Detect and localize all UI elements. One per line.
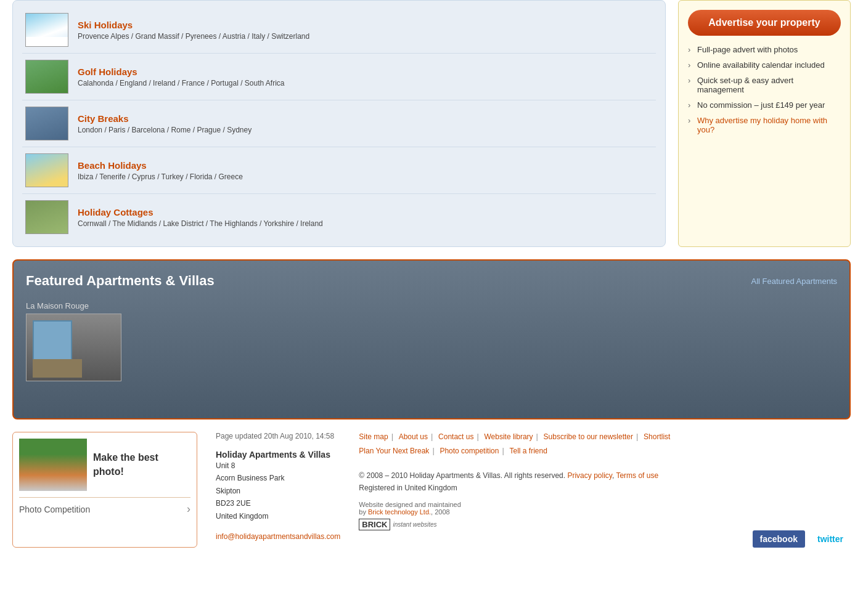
ski-destinations: Provence Alpes / Grand Massif / Pyrenees…	[78, 32, 309, 41]
designed-by-1: Website designed and maintained	[359, 501, 461, 508]
footer-link-library[interactable]: Website library	[484, 432, 533, 441]
company-name: Holiday Apartments & Villas	[216, 450, 330, 460]
cottage-destinations: Cornwall / The Midlands / Lake District …	[78, 219, 323, 228]
golf-info: Golf Holidays Calahonda / England / Irel…	[78, 67, 285, 87]
category-item-beach: Beach Holidays Ibiza / Tenerife / Cyprus…	[22, 147, 656, 194]
address-line-5: United Kingdom	[216, 510, 340, 522]
footer-link-shortlist[interactable]: Shortlist	[644, 432, 670, 441]
social-icons: facebook twitter	[753, 530, 851, 548]
sep1: |	[391, 432, 393, 441]
photo-comp-content: Make the best photo!	[19, 439, 190, 491]
category-item-city: City Breaks London / Paris / Barcelona /…	[22, 100, 656, 147]
page-updated: Page updated 20th Aug 2010, 14:58	[216, 432, 340, 440]
advertise-panel: Advertise your property Full-page advert…	[678, 0, 851, 247]
cottage-thumbnail	[25, 200, 68, 234]
category-item-cottage: Holiday Cottages Cornwall / The Midlands…	[22, 194, 656, 240]
address-line-4: BD23 2UE	[216, 497, 340, 509]
categories-panel: Ski Holidays Provence Alpes / Grand Mass…	[12, 0, 666, 247]
photo-comp-arrow-icon: ›	[187, 503, 190, 516]
advertise-benefits: Full-page advert with photos Online avai…	[688, 45, 841, 134]
footer-link-photocomp[interactable]: Photo competition	[440, 447, 499, 455]
benefit-4: No commission – just £149 per year	[688, 100, 841, 110]
address-line-2: Acorn Business Park	[216, 472, 340, 484]
cottage-link[interactable]: Holiday Cottages	[78, 207, 153, 217]
footer-link-newsletter[interactable]: Subscribe to our newsletter	[544, 432, 633, 441]
cottage-info: Holiday Cottages Cornwall / The Midlands…	[78, 207, 323, 228]
beach-thumbnail	[25, 153, 68, 187]
footer-link-aboutus[interactable]: About us	[399, 432, 428, 441]
copyright-text: © 2008 – 2010 Holiday Apartments & Villa…	[359, 471, 565, 480]
top-section: Ski Holidays Provence Alpes / Grand Mass…	[0, 0, 863, 247]
golf-link[interactable]: Golf Holidays	[78, 67, 137, 77]
address-line-1: Unit 8	[216, 460, 340, 472]
golf-destinations: Calahonda / England / Ireland / France /…	[78, 79, 285, 87]
twitter-button[interactable]: twitter	[810, 530, 851, 548]
photo-comp-footer: Photo Competition ›	[19, 497, 190, 516]
facebook-button[interactable]: facebook	[753, 530, 805, 548]
email-link[interactable]: info@holidayapartmentsandvillas.com	[216, 532, 340, 541]
benefit-2: Online availability calendar included	[688, 60, 841, 70]
photo-competition-box: Make the best photo! Photo Competition ›	[12, 432, 197, 548]
footer-nav-links: Site map| About us| Contact us| Website …	[359, 432, 851, 441]
sep2: |	[431, 432, 433, 441]
city-thumbnail	[25, 107, 68, 140]
footer-link-tellfriend[interactable]: Tell a friend	[509, 447, 547, 455]
city-link[interactable]: City Breaks	[78, 113, 129, 124]
brick-link[interactable]: Brick technology Ltd.	[368, 508, 431, 516]
footer-link-nextbreak[interactable]: Plan Your Next Break	[359, 447, 429, 455]
advertise-button[interactable]: Advertise your property	[688, 10, 841, 36]
advertise-why-link-item: Why advertise my holiday home with you?	[688, 116, 841, 134]
golf-thumbnail	[25, 60, 68, 94]
all-featured-link[interactable]: All Featured Apartments	[751, 277, 837, 286]
brick-text: BRICK	[359, 519, 390, 530]
footer-address: Holiday Apartments & Villas Unit 8 Acorn…	[216, 450, 340, 541]
sep4: |	[536, 432, 538, 441]
beach-link[interactable]: Beach Holidays	[78, 160, 147, 171]
footer-link-contact[interactable]: Contact us	[438, 432, 473, 441]
city-destinations: London / Paris / Barcelona / Rome / Prag…	[78, 126, 252, 134]
featured-header: Featured Apartments & Villas All Feature…	[26, 273, 837, 289]
footer-nav-links-2: Plan Your Next Break| Photo competition|…	[359, 446, 851, 455]
terms-link[interactable]: Terms of use	[616, 471, 658, 480]
benefit-1: Full-page advert with photos	[688, 45, 841, 54]
privacy-link[interactable]: Privacy policy	[567, 471, 611, 480]
featured-title: Featured Apartments & Villas	[26, 273, 215, 289]
designed-year: 2008	[435, 508, 449, 516]
footer-col-links: Site map| About us| Contact us| Website …	[359, 432, 851, 548]
sep7: |	[502, 446, 504, 455]
footer-link-sitemap[interactable]: Site map	[359, 432, 388, 441]
beach-destinations: Ibiza / Tenerife / Cyprus / Turkey / Flo…	[78, 172, 243, 181]
sep6: |	[432, 446, 434, 455]
footer-area: Make the best photo! Photo Competition ›…	[0, 432, 863, 548]
benefit-3: Quick set-up & easy advert management	[688, 76, 841, 94]
address-line-3: Skipton	[216, 485, 340, 497]
footer-info: Page updated 20th Aug 2010, 14:58 Holida…	[216, 432, 851, 548]
sep5: |	[636, 432, 638, 441]
property-name: La Maison Rouge	[26, 301, 121, 310]
footer-designed: Website designed and maintained by Brick…	[359, 501, 851, 516]
brick-sub: instant websites	[393, 521, 436, 528]
featured-section: Featured Apartments & Villas All Feature…	[12, 259, 851, 419]
ski-link[interactable]: Ski Holidays	[78, 20, 133, 30]
footer-col-address: Page updated 20th Aug 2010, 14:58 Holida…	[216, 432, 340, 548]
sep3: |	[476, 432, 478, 441]
ski-info: Ski Holidays Provence Alpes / Grand Mass…	[78, 20, 309, 41]
category-item-ski: Ski Holidays Provence Alpes / Grand Mass…	[22, 7, 656, 54]
advertise-why-link[interactable]: Why advertise my holiday home with you?	[697, 116, 827, 134]
photo-comp-text: Make the best photo!	[93, 451, 190, 479]
photo-comp-image	[19, 439, 87, 491]
city-info: City Breaks London / Paris / Barcelona /…	[78, 113, 252, 134]
designed-by-2: by	[359, 508, 368, 516]
photo-comp-label: Photo Competition	[19, 505, 90, 514]
ski-thumbnail	[25, 13, 68, 47]
beach-info: Beach Holidays Ibiza / Tenerife / Cyprus…	[78, 160, 243, 181]
property-image	[26, 314, 121, 381]
featured-property: La Maison Rouge	[26, 301, 121, 381]
category-item-golf: Golf Holidays Calahonda / England / Irel…	[22, 54, 656, 100]
footer-copyright: © 2008 – 2010 Holiday Apartments & Villa…	[359, 469, 851, 495]
registered-text: Registered in United Kingdom	[359, 484, 457, 492]
